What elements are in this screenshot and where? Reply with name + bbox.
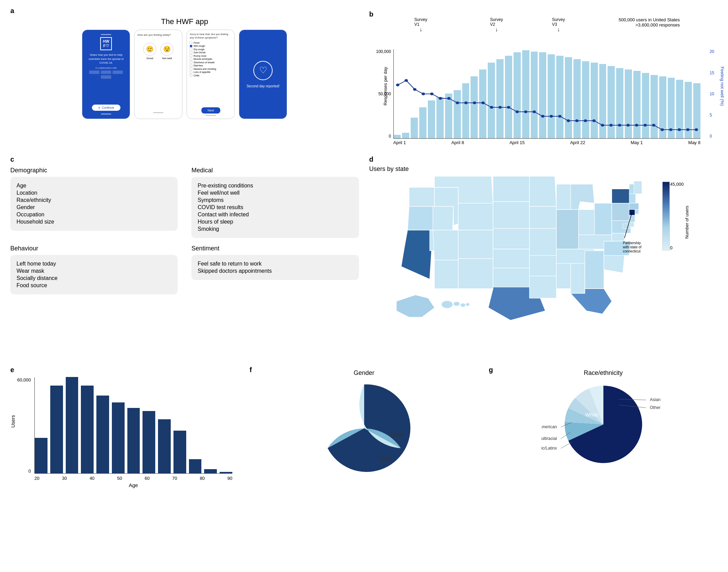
continue-button[interactable]: ∧Continue xyxy=(92,105,120,111)
home-indicator-3 xyxy=(205,115,216,116)
colorbar-title: Number of users xyxy=(684,204,689,239)
bar-32 xyxy=(659,76,666,138)
bar-31 xyxy=(651,75,658,138)
y-tick-15: 15 xyxy=(710,71,714,75)
x-40: 40 xyxy=(89,476,94,481)
x-50: 50 xyxy=(117,476,122,481)
bar-17 xyxy=(531,52,538,138)
x-60: 60 xyxy=(145,476,149,481)
state-wy xyxy=(458,203,493,230)
colorbar-bar xyxy=(662,182,670,250)
notwell-label: Not well xyxy=(162,57,172,60)
y-tick-0: 0 xyxy=(389,134,391,139)
medical-section: Medical Pre-existing conditions Feel wel… xyxy=(191,167,359,238)
map-wrapper: Partnership with state of connecticut 45… xyxy=(369,175,718,356)
bar-28 xyxy=(625,69,632,138)
check-chills xyxy=(190,74,192,77)
female-slice xyxy=(327,385,410,472)
x-30: 30 xyxy=(62,476,67,481)
symptom-diarrhea: Diarrhea xyxy=(190,64,232,67)
state-in xyxy=(578,209,594,235)
asian-label: Asian xyxy=(650,397,661,402)
sorry-text: Sorry to hear that. Are you feeling any … xyxy=(190,33,232,40)
b-stat-1: 500,000 users in United States xyxy=(619,17,680,22)
med-wellnotwell: Feel well/not well xyxy=(198,190,352,196)
bar-14 xyxy=(505,56,512,138)
next-button[interactable]: Next xyxy=(201,107,220,114)
panel-a: a The HWF app HWF♡ Share how you feel to… xyxy=(7,7,362,149)
good-face: 🙂 xyxy=(143,43,156,56)
x-20: 20 xyxy=(34,476,39,481)
state-sd xyxy=(493,202,529,228)
survey-markers: SurveyV1 ↓ SurveyV2 ↓ SurveyV3 ↓ xyxy=(407,17,572,32)
survey-v3-label: SurveyV3 xyxy=(552,17,565,27)
beh-mask: Wear mask xyxy=(17,268,171,274)
map-title: Users by state xyxy=(369,165,718,173)
beh-food: Food source xyxy=(17,282,171,289)
behaviour-section: Behaviour Left home today Wear mask Soci… xyxy=(10,245,178,294)
logo-placeholder xyxy=(113,71,123,74)
demo-age: Age xyxy=(17,183,171,189)
survey-v3: SurveyV3 ↓ xyxy=(545,17,572,32)
panel-g: g Race/ethnicity xyxy=(485,363,721,492)
sent-return: Feel safe to return to work xyxy=(198,261,352,267)
mood-options: 🙂 Good 😟 Not well xyxy=(137,43,179,60)
hwf-logo: HWF♡ xyxy=(100,37,112,50)
e-x-label: Age xyxy=(34,482,232,488)
notwell-option[interactable]: 😟 Not well xyxy=(160,43,173,60)
med-contact: Contact with infected xyxy=(198,212,352,218)
symptoms-list: Fever Wet cough Dry cough Sore throat Ru… xyxy=(190,41,232,106)
sent-doctors: Skipped doctors appointments xyxy=(198,268,352,274)
app-screen-4: ♡ Second day reported! xyxy=(239,30,287,119)
bar-8 xyxy=(454,90,461,138)
multiracial-label: Multiracial xyxy=(541,436,557,441)
panel-b-label: b xyxy=(369,10,373,18)
e-bars xyxy=(34,377,232,474)
state-wa xyxy=(409,187,434,206)
e-y-label: Users xyxy=(10,415,16,428)
state-ia xyxy=(529,206,556,228)
beh-social: Socially distance xyxy=(17,275,171,281)
bar-35 xyxy=(685,82,692,138)
symptom-appetite: Loss of appetite xyxy=(190,71,232,74)
svg-point-1 xyxy=(441,301,453,308)
bar-9 xyxy=(462,83,469,138)
bottom-row: e Users 60,000 0 xyxy=(7,363,721,492)
bar-24 xyxy=(591,63,598,138)
colorbar: 45,000 0 Number of users xyxy=(658,182,674,356)
good-option[interactable]: 🙂 Good xyxy=(143,43,156,60)
check-wetcough xyxy=(190,45,192,47)
check-drycough xyxy=(190,48,192,51)
age-bar-87 xyxy=(220,472,232,473)
check-sorethroat xyxy=(190,51,192,54)
x-axis-labels: April 1 April 8 April 15 April 22 May 1 … xyxy=(393,140,701,145)
bar-21 xyxy=(565,57,572,138)
svg-point-3 xyxy=(460,303,465,307)
state-nh xyxy=(629,194,635,203)
partner-logos xyxy=(85,71,127,79)
state-az xyxy=(434,260,458,289)
colorbar-min: 0 xyxy=(670,245,673,250)
b-stat-2: >3,600,000 responses xyxy=(619,22,680,28)
state-ri xyxy=(635,209,639,214)
panel-a-label: a xyxy=(10,7,14,15)
age-bar-22 xyxy=(50,386,63,473)
notwell-face: 😟 xyxy=(160,43,173,56)
state-ut xyxy=(433,230,458,260)
age-bar-52 xyxy=(143,411,155,473)
survey-v2: SurveyV2 ↓ xyxy=(476,17,517,32)
med-sleep: Hours of sleep xyxy=(198,219,352,225)
bar-29 xyxy=(633,71,641,138)
panel-d-label: d xyxy=(369,155,373,163)
medical-title: Medical xyxy=(191,167,359,174)
bar-3 xyxy=(411,118,418,138)
bar-13 xyxy=(496,59,504,138)
demographic-title: Demographic xyxy=(10,167,178,174)
white-label: White xyxy=(585,412,598,418)
panel-c-label: c xyxy=(10,155,14,163)
state-ne xyxy=(493,228,529,249)
check-diarrhea xyxy=(190,64,192,67)
c-grid: Demographic Age Location Race/ethnicity … xyxy=(10,167,359,294)
state-il xyxy=(556,209,578,249)
state-ks xyxy=(493,249,529,268)
